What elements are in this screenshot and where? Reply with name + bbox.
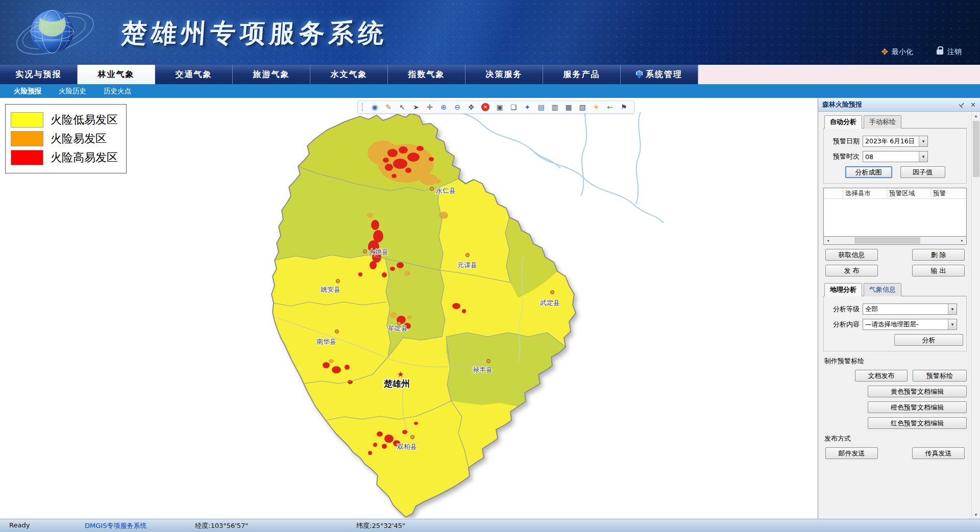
email-send-button[interactable]: 邮件发送 [825, 447, 878, 459]
pin-icon[interactable]: ⊥ [958, 99, 967, 109]
yellow-warning-doc-button[interactable]: 黄色预警文档编辑 [868, 386, 967, 397]
chevron-down-icon: ▾ [919, 151, 927, 162]
zoom-in-icon[interactable]: ⊕ [437, 102, 450, 113]
tab-weather-info[interactable]: 气象信息 [864, 283, 901, 296]
measure-icon[interactable]: ✎ [382, 102, 395, 113]
pan-icon[interactable]: ✥ [465, 102, 477, 113]
tab-system-management[interactable]: 系统管理 [621, 65, 698, 84]
svg-text:元谋县: 元谋县 [457, 261, 477, 269]
scroll-down-icon[interactable]: ▾ [972, 511, 980, 519]
crosshair-icon[interactable]: ✛ [424, 102, 436, 113]
status-longitude: 经度:103°56'57" [195, 521, 248, 530]
svg-text:永仁县: 永仁县 [436, 187, 456, 194]
panel-vertical-scrollbar[interactable]: ▴ ▾ [971, 112, 980, 519]
tab-tourism-weather[interactable]: 旅游气象 [233, 65, 310, 84]
subnav-historical-fire-points[interactable]: 历史火点 [95, 84, 140, 98]
factor-value-button[interactable]: 因子值 [900, 166, 945, 178]
forecast-settings-group: 预警日期 2023年 6月16日 ▾ 预警时次 08 ▾ [823, 129, 967, 184]
panel-title-bar: 森林火险预报 ⊥ ✕ [818, 98, 980, 112]
svg-text:大姚县: 大姚县 [369, 248, 388, 256]
subnav-fire-risk-forecast[interactable]: 火险预报 [5, 84, 50, 98]
tab-traffic-weather[interactable]: 交通气象 [155, 65, 233, 84]
forest-fire-panel: 森林火险预报 ⊥ ✕ 自动分析 手动标绘 预警日期 2023年 6月16日 [818, 98, 980, 519]
svg-text:牟定县: 牟定县 [388, 324, 408, 332]
back-icon[interactable]: ← [604, 102, 616, 113]
layout-icon[interactable]: ▧ [576, 102, 589, 113]
svg-text:南华县: 南华县 [316, 338, 336, 345]
tab-decision-service[interactable]: 决策服务 [465, 65, 543, 84]
city-star-icon: ★ [397, 370, 404, 379]
analysis-mode-tabs: 自动分析 手动标绘 [823, 115, 967, 129]
scrollbar-thumb[interactable] [854, 237, 920, 244]
warning-plot-button[interactable]: 预警标绘 [913, 370, 967, 382]
globe-icon[interactable]: ◉ [369, 102, 381, 113]
sub-nav: 火险预报 火险历史 历史火点 [0, 84, 980, 98]
info-tabs: 地理分析 气象信息 [823, 283, 967, 296]
status-system-link[interactable]: DMGIS专项服务系统 [85, 521, 146, 530]
scroll-up-icon[interactable]: ▴ [972, 112, 980, 120]
status-bar: Ready DMGIS专项服务系统 经度:103°56'57" 纬度:25°32… [0, 519, 980, 532]
tab-auto-analysis[interactable]: 自动分析 [824, 115, 862, 129]
analysis-level-select[interactable]: 全部 ▾ [863, 303, 957, 315]
status-latitude: 纬度:25°32'45" [356, 521, 405, 530]
svg-text:双柏县: 双柏县 [397, 443, 417, 450]
chevron-down-icon: ▾ [948, 319, 957, 330]
minimize-label: 最小化 [892, 47, 913, 57]
tab-service-products[interactable]: 服务产品 [543, 65, 621, 84]
print-icon[interactable]: ▦ [562, 102, 575, 113]
col-warning-area[interactable]: 预警区域 [887, 188, 931, 198]
warning-date-select[interactable]: 2023年 6月16日 ▾ [863, 136, 928, 147]
tab-manual-plot[interactable]: 手动标绘 [864, 115, 901, 129]
close-icon[interactable]: ✕ [970, 101, 976, 109]
chart-icon[interactable]: ▥ [549, 102, 561, 113]
scroll-left-icon[interactable]: ◂ [824, 238, 832, 243]
map-area[interactable]: 永仁县 大姚县 元谋县 姚安县 武定县 南华县 牟定县 禄丰县 双柏县 ★ 楚雄… [0, 98, 818, 519]
select-arrow-icon[interactable]: ↖ [396, 102, 408, 113]
col-warning[interactable]: 预警 [931, 188, 967, 198]
doc-publish-button[interactable]: 文档发布 [855, 370, 908, 382]
export-map-icon[interactable]: ❏ [507, 102, 520, 113]
orange-warning-doc-button[interactable]: 橙色预警文档编辑 [868, 401, 967, 413]
tab-live-forecast[interactable]: 实况与预报 [0, 65, 78, 84]
tips-icon[interactable]: ☀ [590, 102, 602, 113]
tab-hydrology-weather[interactable]: 水文气象 [310, 65, 388, 84]
plot-section-title: 制作预警标绘 [824, 357, 967, 366]
logout-button[interactable]: 注销 [937, 47, 962, 57]
legend-row-medium: 火险易发区 [11, 131, 118, 146]
legend-icon[interactable]: ▤ [535, 102, 547, 113]
scrollbar-thumb[interactable] [973, 121, 979, 177]
pointer-icon[interactable]: ➤ [410, 102, 422, 113]
get-info-button[interactable]: 获取信息 [825, 249, 878, 261]
tab-geo-analysis[interactable]: 地理分析 [824, 283, 862, 296]
header-actions: ✥ 最小化 注销 [881, 47, 962, 57]
warning-time-select[interactable]: 08 ▾ [863, 151, 928, 162]
minimize-button[interactable]: ✥ 最小化 [881, 47, 913, 57]
svg-text:武定县: 武定县 [540, 299, 560, 307]
fax-send-button[interactable]: 传真发送 [912, 447, 965, 459]
analysis-content-select[interactable]: —请选择地理图层- ▾ [863, 319, 957, 330]
flag-icon[interactable]: ⚑ [618, 102, 630, 113]
app-title: 楚雄州专项服务系统 [120, 16, 389, 50]
zoom-out-icon[interactable]: ⊖ [451, 102, 463, 113]
delete-button[interactable]: 删 除 [912, 249, 965, 261]
output-button[interactable]: 输 出 [912, 265, 965, 276]
full-extent-icon[interactable]: ▣ [494, 102, 506, 113]
chevron-down-icon: ▾ [919, 136, 927, 146]
col-county[interactable]: 选择县市 [843, 188, 887, 198]
tab-forestry-weather[interactable]: 林业气象 [78, 65, 155, 84]
red-warning-doc-button[interactable]: 红色预警文档编辑 [868, 417, 967, 429]
identify-icon[interactable]: ✦ [521, 102, 533, 113]
publish-button[interactable]: 发 布 [825, 265, 878, 276]
warning-list[interactable]: 选择县市 预警区域 预警 [823, 188, 967, 237]
legend-row-high: 火险高易发区 [11, 150, 118, 165]
analyze-map-button[interactable]: 分析成图 [845, 166, 892, 178]
tab-index-weather[interactable]: 指数气象 [388, 65, 465, 84]
panel-body: 自动分析 手动标绘 预警日期 2023年 6月16日 ▾ 预警时次 [818, 112, 980, 519]
list-horizontal-scrollbar[interactable]: ◂ ▸ [823, 237, 967, 245]
scroll-right-icon[interactable]: ▸ [958, 238, 966, 243]
analyze-button[interactable]: 分析 [894, 334, 963, 346]
stop-icon[interactable]: ✕ [481, 103, 489, 111]
toolbar-drag-handle[interactable] [362, 103, 364, 111]
svg-text:禄丰县: 禄丰县 [473, 366, 493, 373]
subnav-fire-risk-history[interactable]: 火险历史 [50, 84, 95, 98]
